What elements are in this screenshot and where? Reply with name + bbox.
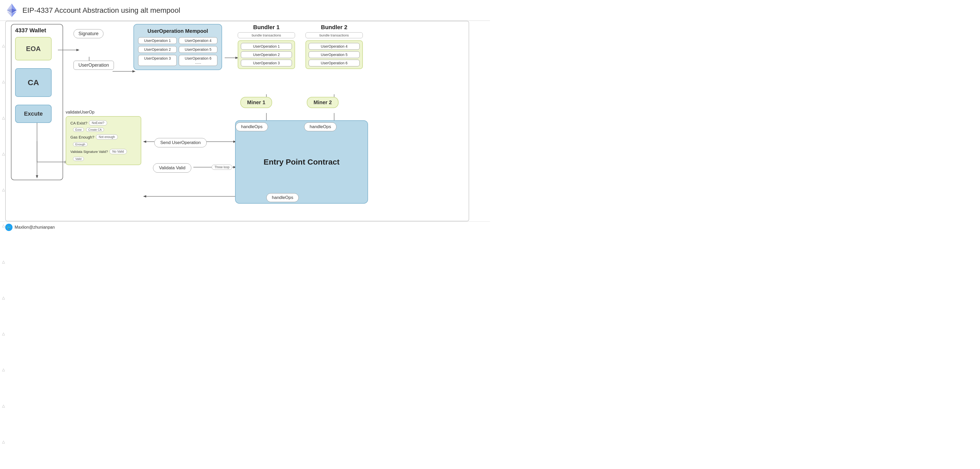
no-exist-pill: NoExist? <box>89 120 107 125</box>
bundler2-ops: UserOperation 4 UserOperation 5 UserOper… <box>305 40 363 69</box>
bundler2-section: Bundler 2 bundle transactions UserOperat… <box>305 24 363 69</box>
validata-sig-row: Validata Signature Valid? No Valid <box>70 149 137 154</box>
mempool-item: UserOperation 4 <box>179 37 217 44</box>
triangle-btn[interactable]: △ <box>2 188 5 192</box>
ca-label: CA <box>28 78 39 87</box>
gas-enough-label: Gas Enough? <box>70 135 94 139</box>
ca-box: CA <box>15 68 52 97</box>
execute-box: Excute <box>15 105 52 123</box>
no-valid-pill: No Valid <box>110 149 127 154</box>
wallet-title: 4337 Wallet <box>15 27 59 34</box>
bundler1-item: UserOperation 2 <box>241 51 292 58</box>
wallet-box: 4337 Wallet EOA CA Excute <box>11 24 63 180</box>
ca-exist-label: CA Exist? <box>70 121 88 125</box>
mempool-item: UserOperation 2 <box>138 46 177 53</box>
ca-exist-row: CA Exist? NoExist? <box>70 120 137 125</box>
triangle-btn[interactable]: △ <box>2 80 5 83</box>
miner2-section: Miner 2 <box>307 97 339 108</box>
mempool-item: UserOperation 5 <box>179 46 217 53</box>
header-title: EIP-4337 Account Abstraction using alt m… <box>22 6 180 14</box>
triangle-btn[interactable]: △ <box>2 224 5 227</box>
mempool-grid: UserOperation 1 UserOperation 4 UserOper… <box>138 37 217 66</box>
triangle-btn[interactable]: △ <box>2 116 5 119</box>
validate-area: validateUserOp CA Exist? NoExist? Exist … <box>66 110 141 165</box>
bundler1-item: UserOperation 3 <box>241 60 292 67</box>
mempool-item: UserOperation 1 <box>138 37 177 44</box>
miner2-box: Miner 2 <box>307 97 339 108</box>
entry-point-title: Entry Point Contract <box>264 158 340 166</box>
eoa-box: EOA <box>15 37 52 60</box>
bundler1-item: UserOperation 1 <box>241 43 292 50</box>
triangle-btn[interactable]: △ <box>2 152 5 155</box>
bundler2-item: UserOperation 6 <box>309 60 360 67</box>
bundler2-bundle-tx: bundle transactions <box>305 32 363 38</box>
execute-label: Excute <box>24 111 43 117</box>
header: EIP-4337 Account Abstraction using alt m… <box>0 0 490 21</box>
handleops-box-1: handleOps <box>235 122 268 131</box>
exist-pill: Exist <box>73 128 84 132</box>
validata-valid-box: Validata Valid <box>153 163 191 173</box>
signature-box: Signature <box>73 29 103 38</box>
eoa-label: EOA <box>26 45 41 53</box>
mempool-item: UserOperation 6 ...... <box>179 55 217 66</box>
valid-pill: Valid <box>73 157 84 161</box>
ethereum-logo <box>5 3 18 17</box>
twitter-icon: 🐦 <box>5 224 13 231</box>
bundler2-item: UserOperation 4 <box>309 43 360 50</box>
signature-area: Signature UserOperation <box>73 29 114 70</box>
triangle-btn[interactable]: △ <box>2 44 5 48</box>
validate-inner: CA Exist? NoExist? Exist Create CA Gas E… <box>66 116 141 165</box>
bundler2-item: UserOperation 5 <box>309 51 360 58</box>
handleops-box-bottom: handleOps <box>266 193 299 202</box>
bundler1-section: Bundler 1 bundle transactions UserOperat… <box>238 24 295 69</box>
mempool-title: UserOperation Mempool <box>138 28 217 34</box>
handleops-box-2: handleOps <box>304 122 336 131</box>
three-loop-pill: Three loop <box>212 165 232 170</box>
mempool-box: UserOperation Mempool UserOperation 1 Us… <box>134 24 222 70</box>
bundler2-title: Bundler 2 <box>305 24 363 31</box>
miner1-section: Miner 1 <box>240 97 272 108</box>
send-useroperation-box: Send UserOperation <box>154 138 207 147</box>
bundler1-ops: UserOperation 1 UserOperation 2 UserOper… <box>238 40 295 69</box>
enough-pill: Enough <box>73 142 88 146</box>
useroperation-box: UserOperation <box>73 61 114 70</box>
bundler1-title: Bundler 1 <box>238 24 295 31</box>
validate-label: validateUserOp <box>66 110 141 114</box>
bundler1-bundle-tx: bundle transactions <box>238 32 295 38</box>
validata-sig-label: Validata Signature Valid? <box>70 150 108 154</box>
gas-enough-row: Gas Enough? Not enough <box>70 135 137 139</box>
mempool-item: UserOperation 3 <box>138 55 177 66</box>
footer-handle: Maxlion@zhunianpan <box>14 225 55 230</box>
create-ca-pill: Create CA <box>86 128 104 132</box>
miner1-box: Miner 1 <box>240 97 272 108</box>
footer: 🐦 Maxlion@zhunianpan <box>0 221 490 233</box>
not-enough-pill: Not enough <box>96 135 118 139</box>
entry-point-contract: Entry Point Contract <box>235 120 368 204</box>
diagram-container: 4337 Wallet EOA CA Excute Signature User… <box>5 21 469 221</box>
